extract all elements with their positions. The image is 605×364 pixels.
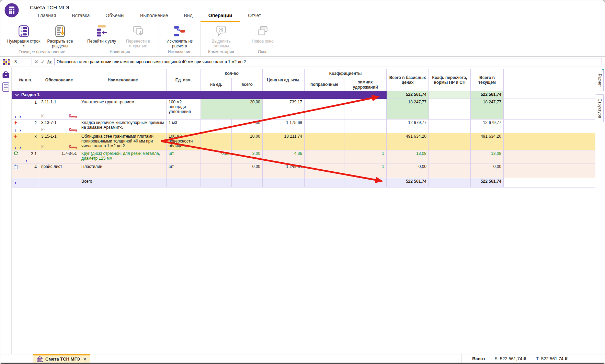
price-cell[interactable]: 18 211,74 [263,133,305,150]
grand-current-total[interactable]: 522 561,74 [471,178,504,187]
expand-chevrons[interactable]: ›› [15,114,24,119]
left-view-strip [0,67,12,354]
price-cell[interactable]: 1 175,68 [263,120,305,133]
exclude-from-calc-button[interactable]: Исключить из расчета [162,23,197,48]
svg-text:3: 3 [21,33,22,36]
work-name-cell[interactable]: Круг (диск) отрезной, для резки металла,… [79,150,167,163]
work-name-cell[interactable]: Пластилин [79,163,167,178]
table-row: 4 прайс лист Пластилин шт 0,00 1 249,81 … [12,163,596,178]
kp-coefficient-label[interactable]: Кп [41,145,45,149]
cancel-icon[interactable]: ✕ [34,59,38,65]
close-icon[interactable]: × [83,356,86,362]
document-tab[interactable]: Смета ТСН МГЭ × [33,354,90,363]
qty-total-cell[interactable]: 10,00 [232,133,263,150]
menu-tab-vstavka[interactable]: Вставка [64,11,98,22]
menu-tab-vid[interactable]: Вид [176,11,201,22]
qty-total-cell[interactable]: 0,00 [232,163,263,178]
menu-tab-obyomy[interactable]: Объёмы [98,11,132,22]
row-numbering-button[interactable]: 1 2 3 Нумерация строк ▼ [7,23,41,48]
expand-chevrons[interactable]: ›› [15,128,24,133]
expand-all-sections-button[interactable]: Раскрыть все разделы [43,23,77,48]
qty-per-unit-cell[interactable]: 0,30 [201,150,232,163]
col-header-coeff-corr: поправочные [305,78,344,91]
price-cell[interactable]: 739,17 [263,99,305,120]
briefcase-icon[interactable] [2,71,10,79]
kp-coefficient-label[interactable]: Кп [41,127,45,132]
side-tab-calculation[interactable]: Расчет [596,70,604,91]
goto-node-button[interactable]: Перейти к узлу [84,23,119,44]
basis-total-cell[interactable]: 0,00 [387,163,429,178]
qty-total-cell[interactable]: 3,00 [232,150,263,163]
col-header-coeff-group: Коэффициенты [305,69,387,78]
work-name-cell[interactable]: Кладка кирпичом кислотоупорным прямым на… [79,120,167,133]
unit-cell[interactable]: 100 м2 поверхности облицовки [167,133,201,150]
app-logo-icon [4,3,19,18]
menu-tab-otchet[interactable]: Отчет [240,11,269,22]
col-header-name: Наименование [79,69,167,91]
ribbon-group-navigation: Перейти к узлу Перенести в открытые Нави… [81,22,159,56]
lightning-icon [14,134,17,139]
kind-coefficient-label[interactable]: Кинд [69,114,77,118]
table-subrow: 3.1 › 1.7-3-51 Круг (диск) отрезной, для… [12,150,596,163]
confirm-icon[interactable]: ✓ [41,59,45,65]
unit-cell[interactable]: 1 м3 [167,120,201,133]
kind-coefficient-label[interactable]: Кинд [69,145,77,149]
qty-total-cell[interactable]: 4,00 [232,120,263,133]
kp-coefficient-label[interactable]: Кп [41,114,45,118]
col-header-qty-group: Кол-во [201,69,263,78]
title-bar: Смета ТСН МГЭ Главная Вставка Объёмы Вып… [0,0,605,22]
work-name-cell[interactable]: Уплотнение грунта гравием [79,99,167,120]
row-number-input[interactable] [13,58,32,65]
expand-chevron[interactable]: › [15,180,20,185]
estimate-grid: № п.п. Обоснование Наименование Ед. изм.… [12,67,595,354]
current-total-cell[interactable]: 491 634,20 [471,133,504,150]
section-header-cell[interactable]: Раздел 1. [12,91,387,99]
fx-icon[interactable]: fx [47,59,52,65]
justification-code[interactable]: прайс лист [39,163,79,178]
menu-tab-glavnaya[interactable]: Главная [30,11,64,22]
ribbon-group-windows: Новое окно Окна [242,22,283,56]
section-recalc-cell[interactable] [429,91,471,99]
view-grid-icon[interactable] [2,58,10,66]
winter-coeff-cell[interactable]: 1 [344,150,387,163]
side-tab-structure[interactable]: Структура [596,94,604,122]
expand-chevrons[interactable]: ›› [15,145,24,150]
menu-tab-operacii[interactable]: Операции [201,11,240,22]
work-name-cell[interactable]: Облицовка стен гранитными плитами полиро… [79,133,167,150]
ribbon-toolbar: 1 2 3 Нумерация строк ▼ [0,22,605,57]
document-view-icon[interactable] [2,82,10,92]
basis-total-cell[interactable]: 491 634,20 [387,133,429,150]
current-total-cell[interactable]: 0,00 [471,163,504,178]
basis-total-cell[interactable]: 18 247,77 [387,99,429,120]
bank-icon [37,356,43,362]
col-header-qty-per: на ед. [201,78,232,91]
current-total-cell[interactable]: 13,08 [471,150,504,163]
justification-code[interactable]: 1.7-3-51 [39,150,79,163]
expand-chevron[interactable]: › [26,158,31,163]
dropdown-arrow-icon[interactable]: ▼ [22,44,25,47]
unit-cell[interactable]: 100 м2 площади уплотнения [167,99,201,120]
move-to-open-icon [132,25,145,38]
chevron-down-icon[interactable] [15,94,19,96]
winter-coeff-cell[interactable]: 1 [344,163,387,178]
unit-cell[interactable]: шт. [167,150,201,163]
ribbon-group-label: Текущее представление [7,48,77,56]
current-total-cell[interactable]: 18 247,77 [471,99,504,120]
current-total-cell[interactable]: 12 679,77 [471,120,504,133]
kind-coefficient-label[interactable]: Кинд [69,127,77,132]
unit-cell[interactable]: шт [167,163,201,178]
section-current-total[interactable]: 522 561,74 [471,91,504,99]
status-current-total: Т: 522 561,74 ₽ [536,356,568,361]
price-cell[interactable]: 4,36 [263,150,305,163]
total-label: Всего [79,178,167,187]
grand-basis-total[interactable]: 522 561,74 [387,178,429,187]
basis-total-cell[interactable]: 12 679,77 [387,120,429,133]
table-row-selected: 3 ›› 3.15-1-1 Кп Кинд Облицовка стен гра… [12,133,596,150]
qty-total-cell[interactable]: 20,00 [201,99,263,120]
col-header-recalc: Коэф. пересчета, нормы НР и СП [429,69,471,91]
menu-tab-vypolnenie[interactable]: Выполнение [132,11,176,22]
basis-total-cell[interactable]: 13,08 [387,150,429,163]
formula-text-input[interactable] [54,58,602,65]
section-basis-total[interactable]: 522 561,74 [387,91,429,99]
price-cell[interactable]: 1 249,81 [263,163,305,178]
